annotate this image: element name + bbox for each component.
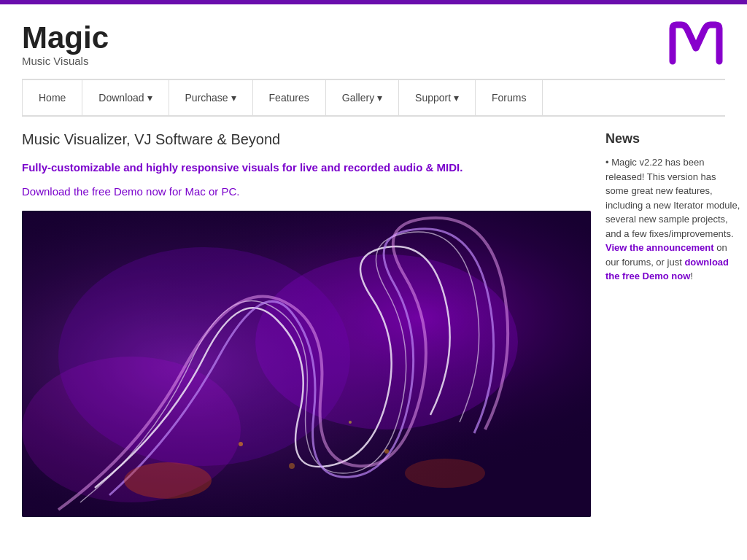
nav-item-purchase[interactable]: Purchase ▾ <box>169 80 253 115</box>
nav: HomeDownload ▾Purchase ▾FeaturesGallery … <box>22 79 725 117</box>
hero-image <box>22 211 591 517</box>
nav-item-features[interactable]: Features <box>253 80 326 115</box>
demo-link[interactable]: Download the free Demo now for Mac or PC… <box>22 185 591 198</box>
view-announcement-link[interactable]: View the announcement <box>605 242 714 253</box>
content-area: Music Visualizer, VJ Software & Beyond F… <box>22 131 591 517</box>
logo-area: Magic Music Visuals <box>22 23 109 67</box>
nav-item-download[interactable]: Download ▾ <box>82 80 169 115</box>
main-container: Music Visualizer, VJ Software & Beyond F… <box>22 117 725 517</box>
nav-item-support[interactable]: Support ▾ <box>399 80 476 115</box>
nav-item-forums[interactable]: Forums <box>476 80 543 115</box>
nav-item-home[interactable]: Home <box>22 80 82 115</box>
logo-title: Magic <box>22 23 109 53</box>
nav-item-gallery[interactable]: Gallery ▾ <box>326 80 399 115</box>
tagline: Fully-customizable and highly responsive… <box>22 160 591 175</box>
logo-subtitle: Music Visuals <box>22 55 109 67</box>
news-content: • Magic v2.22 has been released! This ve… <box>605 155 740 284</box>
logo-icon <box>667 18 725 71</box>
svg-rect-12 <box>22 211 591 517</box>
header: Magic Music Visuals <box>0 4 747 79</box>
news-heading: News <box>605 131 740 147</box>
news-body-1: • Magic v2.22 has been released! This ve… <box>605 157 740 239</box>
news-body-3: ! <box>690 271 693 281</box>
sidebar: News • Magic v2.22 has been released! Th… <box>605 131 740 517</box>
page-title: Music Visualizer, VJ Software & Beyond <box>22 131 591 148</box>
